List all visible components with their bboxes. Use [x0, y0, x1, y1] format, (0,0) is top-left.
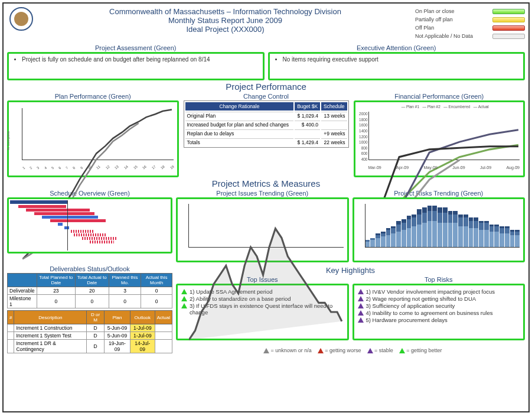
dr0c: 3	[109, 287, 141, 295]
assessment-box: Project is fully on schedule and on budg…	[7, 52, 265, 80]
dh4: Actual this Month	[141, 274, 172, 287]
triangle-green-icon	[399, 348, 405, 353]
swatch-grey	[492, 34, 525, 39]
ct-r3-l: Replan due to delays	[185, 129, 294, 137]
legend-partial: Partially off plan	[415, 17, 453, 22]
sr2a	[155, 340, 172, 353]
dh0	[8, 274, 37, 287]
financial-yticks: 200018001600140012001000800600400	[357, 112, 368, 161]
swatch-red	[492, 25, 525, 31]
ct-r2-b: $ 400.0	[295, 121, 320, 128]
financial-xticks: Mar-09Apr-09May-09Jun-09Jul-09Aug-09	[368, 165, 520, 170]
triangle-icon	[358, 303, 364, 308]
sh4: Outlook	[130, 311, 155, 324]
financial-chart: — Plan #1 — Plan #2 — Encumbered — Actua…	[354, 100, 526, 177]
legend-off: Off Plan	[415, 25, 434, 31]
dr0d: 0	[141, 287, 172, 295]
title-line-3: Ideal Project (XXX000)	[37, 25, 414, 34]
deliverables-title: Deliverables Status/Outlook	[7, 265, 172, 272]
triangle-icon	[358, 289, 364, 294]
triangle-icon	[358, 317, 364, 323]
sr0d: Increment 1 Construction	[14, 324, 87, 332]
sr0p: 5-Jun-09	[105, 324, 130, 332]
top-risks-box: 1) IV&V Vendor involvement impacting pro…	[353, 284, 526, 340]
ct-t-s: 22 weeks	[321, 138, 347, 146]
state-seal-icon	[9, 7, 33, 31]
ct-r2-l: Increased budget for plan and sched chan…	[185, 121, 294, 128]
sr1p: 5-Jun-09	[105, 332, 130, 340]
sr0a	[155, 324, 172, 332]
dr0l: Deliverable	[8, 287, 37, 295]
sr2d: Increment 1 DR & Contingency	[14, 340, 87, 353]
triangle-purple-icon	[367, 348, 373, 353]
header-row: Commonwealth of Massachusetts – Informat…	[4, 4, 528, 44]
risk-3: 3) Sufficiency of application security	[366, 303, 455, 309]
schedule-table: # Description D or M Plan Outlook Actual…	[7, 310, 172, 353]
sh2: D or M	[87, 311, 105, 324]
risk-1: 1) IV&V Vendor involvement impacting pro…	[366, 288, 495, 295]
dr0b: 20	[75, 287, 109, 295]
sr0m: D	[87, 324, 105, 332]
ct-r1-b: $ 1,029.4	[295, 112, 320, 119]
ct-budget-h: Buget $K	[295, 102, 320, 110]
sr1o: 1-Jul-09	[130, 332, 155, 340]
triangle-icon	[181, 289, 187, 294]
dr1b: 0	[75, 295, 109, 308]
dr1d: 0	[141, 295, 172, 308]
title-block: Commonwealth of Massachusetts – Informat…	[37, 6, 414, 34]
risk-5: 5) Hardware procurement delays	[366, 317, 448, 323]
triangle-icon	[358, 296, 364, 301]
triangle-icon	[358, 310, 364, 316]
sr2n	[8, 340, 14, 353]
sr1d: Increment 1 System Test	[14, 332, 87, 340]
issues-trend-title: Project Issues Trending (Green)	[176, 190, 349, 197]
ct-r2-s	[321, 121, 347, 128]
dh1: Total Planned to Date	[37, 274, 76, 287]
ct-r3-b	[295, 129, 320, 137]
risks-chart	[353, 197, 526, 262]
sh5: Actual	[155, 311, 172, 324]
ct-t-b: $ 1,429.4	[295, 138, 320, 146]
dh3: Planned this Mo.	[109, 274, 141, 287]
plan-performance-chart: % Complete 12345678910111213141516171819	[7, 100, 179, 177]
change-control-title: Change Control	[182, 93, 350, 100]
sr1n	[8, 332, 14, 340]
swatch-green	[492, 9, 525, 14]
assessment-row: Project Assessment (Green) Project is fu…	[4, 44, 528, 80]
ct-r1-l: Original Plan	[185, 112, 294, 119]
performance-row: Plan Performance (Green) % Complete 1234…	[4, 92, 528, 177]
dr0a: 23	[37, 287, 76, 295]
ct-header: Change Rationale	[185, 102, 294, 110]
ct-r1-s: 13 weeks	[321, 112, 347, 119]
sh1: Description	[14, 311, 87, 324]
triangle-icon	[181, 303, 187, 308]
sr2m: D	[87, 340, 105, 353]
deliverables-table: Total Planned to Date Total Actual to Da…	[7, 273, 172, 308]
sr0o: 1-Jul-09	[130, 324, 155, 332]
plan-xaxis: 12345678910111213141516171819	[22, 167, 174, 171]
key-better: = getting better	[406, 347, 442, 353]
issues-chart	[176, 197, 349, 262]
financial-legend: — Plan #1 — Plan #2 — Encumbered — Actua…	[371, 105, 520, 109]
metrics-row: Schedule Overview (Green) Project Issues…	[4, 189, 528, 262]
dh2: Total Actual to Date	[75, 274, 109, 287]
ct-sched-h: Schedule	[321, 102, 347, 110]
executive-title: Executive Attention (Green)	[268, 44, 526, 51]
plan-ylabel: % Complete	[6, 131, 10, 151]
legend-on-plan: On Plan or close	[415, 8, 455, 14]
assessment-bullet: Project is fully on schedule and on budg…	[22, 56, 258, 63]
financial-title: Financial Performance (Green)	[354, 93, 526, 100]
risk-2: 2) Wage reporting not getting shifted to…	[366, 295, 476, 302]
performance-title: Project Performance	[4, 82, 528, 92]
triangle-icon	[181, 296, 187, 301]
sr0n	[8, 324, 14, 332]
status-report-page: Commonwealth of Massachusetts – Informat…	[2, 2, 530, 412]
plan-perf-title: Plan Performance (Green)	[7, 93, 179, 100]
executive-bullet: No items requiring executive support	[283, 56, 519, 63]
ct-t-l: Totals	[185, 138, 294, 146]
sr2o: 14-Jul-09	[130, 340, 155, 353]
ct-r3-s: +9 weeks	[321, 129, 347, 137]
change-control-table: Change RationaleBuget $KSchedule Origina…	[184, 100, 349, 148]
key-stable: = stable	[374, 347, 393, 353]
gantt-chart	[7, 197, 172, 254]
